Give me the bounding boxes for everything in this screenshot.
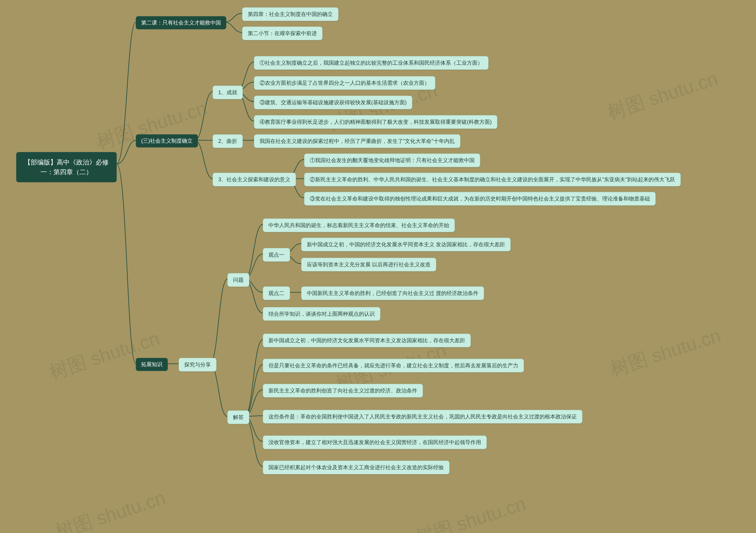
- sub-view1[interactable]: 观点一: [263, 248, 290, 262]
- branch-lesson2[interactable]: 第二课：只有社会主义才能救中国: [136, 16, 226, 29]
- leaf-ch4-title[interactable]: 第四章：社会主义制度在中国的确立: [242, 7, 338, 21]
- sub-view2[interactable]: 观点二: [263, 286, 290, 300]
- sub-setback[interactable]: 2、曲折: [213, 134, 243, 148]
- leaf-q-intro[interactable]: 中华人民共和国的诞生，标志着新民主主义革命的结束、社会主义革命的开始: [263, 219, 455, 232]
- leaf-ans-2[interactable]: 但是只要社会主义革命的条件已经具备，就应先进行革命，建立社会主义制度，然后再去发…: [263, 359, 524, 372]
- leaf-sig-1[interactable]: ①我国社会发生的翻天覆地变化雄辩地证明：只有社会主义才能救中国: [304, 153, 480, 167]
- watermark: 树图 shutu.cn: [46, 325, 163, 386]
- watermark: 树图 shutu.cn: [412, 491, 529, 533]
- leaf-ans-4[interactable]: 这些条件是：革命的全国胜利使中国进入了人民民主专政的新民主主义社会，巩固的人民民…: [263, 410, 582, 423]
- watermark: 树图 shutu.cn: [607, 322, 724, 383]
- leaf-view1-2[interactable]: 应该等到资本主义充分发展 以后再进行社会主义改造: [301, 258, 436, 271]
- leaf-ans-5[interactable]: 没收官僚资本，建立了相对强大且迅速发展的社会主义国营经济，在国民经济中起领导作用: [263, 436, 487, 449]
- sub-explore-share[interactable]: 探究与分享: [179, 358, 216, 371]
- sub-answer[interactable]: 解答: [228, 411, 249, 424]
- branch-extend[interactable]: 拓展知识: [136, 358, 168, 371]
- watermark: 树图 shutu.cn: [52, 485, 169, 533]
- leaf-ach-2[interactable]: ②农业方面初步满足了占世界四分之一人口的基本生活需求（农业方面）: [254, 76, 435, 90]
- leaf-section2[interactable]: 第二小节：在艰辛探索中前进: [242, 27, 322, 40]
- leaf-ans-1[interactable]: 新中国成立之初，中国的经济文化发展水平同资本主义发达国家相比，存在很大差距: [263, 334, 471, 347]
- leaf-sig-2[interactable]: ②新民主主义革命的胜利、中华人民共和国的诞生、社会主义基本制度的确立和社会主义建…: [304, 173, 681, 186]
- sub-question[interactable]: 问题: [228, 273, 249, 287]
- sub-achievement[interactable]: 1、成就: [213, 86, 243, 99]
- leaf-setback-1[interactable]: 我国在社会主义建设的探索过程中，经历了严重曲折，发生了"文化大革命"十年内乱: [254, 134, 460, 148]
- leaf-view1-1[interactable]: 新中国成立之初，中国的经济文化发展水平同资本主义 发达国家相比，存在很大差距: [301, 238, 511, 251]
- leaf-q-outro[interactable]: 结合所学知识，谈谈你对上面两种观点的认识: [263, 307, 380, 321]
- leaf-view2-1[interactable]: 中国新民主主义革命的胜利，已经创造了向社会主义过 渡的经济政治条件: [301, 286, 484, 300]
- branch-establish[interactable]: (三)社会主义制度确立: [136, 134, 198, 147]
- watermark: 树图 shutu.cn: [604, 66, 721, 125]
- leaf-ach-3[interactable]: ③建筑、交通运输等基础设施建设获得较快发展(基础设施方面): [254, 96, 412, 109]
- leaf-sig-3[interactable]: ③党在社会主义革命和建设中取得的独创性理论成果和巨大成就，为在新的历史时期开创中…: [304, 192, 656, 205]
- leaf-ach-4[interactable]: ④教育医疗事业得到长足进步，人们的精神面貌得到了极大改变，科技发展取得重要突破(…: [254, 115, 497, 129]
- root-node[interactable]: 【部编版】高中《政治》必修一：第四章（二）: [16, 152, 117, 182]
- leaf-ans-3[interactable]: 新民主主义革命的胜利创造了向社会主义过渡的经济、政治条件: [263, 384, 423, 397]
- leaf-ach-1[interactable]: ①社会主义制度确立之后，我国建立起独立的比较完整的工业体系和国民经济体系（工业方…: [254, 56, 488, 70]
- mindmap-canvas: 树图 shutu.cn 树图 shutu.cn 树图 shutu.cn 树图 s…: [0, 0, 756, 533]
- leaf-ans-6[interactable]: 国家已经积累起对个体农业及资本主义工商业进行社会主义改造的实际经验: [263, 461, 449, 474]
- sub-significance[interactable]: 3、社会主义探索和建设的意义: [213, 173, 296, 186]
